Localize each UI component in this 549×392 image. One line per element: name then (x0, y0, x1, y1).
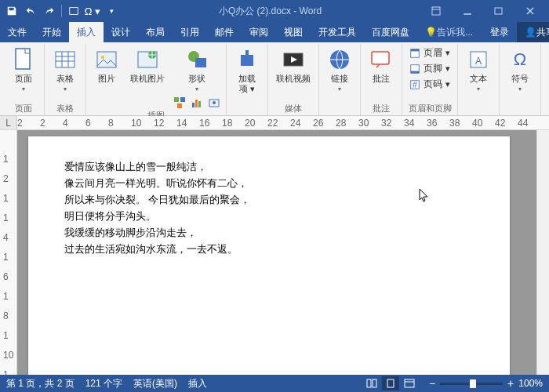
redo-icon[interactable] (41, 2, 58, 20)
tab-view[interactable]: 视图 (276, 22, 311, 42)
undo-icon[interactable] (22, 2, 39, 20)
comment-icon (369, 47, 394, 72)
tab-home[interactable]: 开始 (35, 22, 69, 42)
minimize-icon[interactable] (452, 0, 483, 22)
smartart-icon[interactable] (173, 96, 187, 110)
tab-baidu[interactable]: 百度网盘 (364, 22, 417, 42)
text-button[interactable]: A 文本 ▾ (463, 45, 494, 94)
vertical-ruler[interactable]: 121 141 618 1101 12 (0, 130, 17, 375)
svg-rect-4 (56, 52, 75, 67)
tab-file[interactable]: 文件 (0, 22, 35, 42)
ribbon-tabs: 文件 开始 插入 设计 布局 引用 邮件 审阅 视图 开发工具 百度网盘 💡 告… (0, 22, 549, 42)
links-button[interactable]: 链接 ▾ (324, 45, 355, 94)
comment-button[interactable]: 批注 (365, 45, 397, 85)
svg-rect-12 (180, 97, 185, 102)
word-count[interactable]: 121 个字 (85, 377, 122, 390)
tab-insert[interactable]: 插入 (69, 22, 104, 42)
tab-selector[interactable]: L (0, 116, 17, 129)
svg-rect-25 (411, 71, 420, 73)
language-indicator[interactable]: 英语(美国) (133, 377, 177, 390)
svg-point-6 (101, 56, 104, 59)
page-icon (11, 47, 36, 72)
svg-rect-13 (177, 103, 182, 108)
page-number-button[interactable]: #页码 ▾ (407, 77, 453, 92)
table-button[interactable]: 表格 ▾ (49, 45, 81, 94)
chevron-down-icon: ▾ (338, 85, 341, 93)
chevron-down-icon: ▾ (64, 85, 67, 93)
tab-developer[interactable]: 开发工具 (311, 22, 364, 42)
svg-rect-1 (432, 7, 440, 15)
chevron-down-icon: ▾ (22, 85, 25, 93)
table-icon (53, 47, 78, 72)
maximize-icon[interactable] (483, 0, 514, 22)
chevron-down-icon: ▾ (518, 85, 522, 93)
footer-button[interactable]: 页脚 ▾ (407, 61, 453, 76)
addins-button[interactable]: 加载项 ▾ (231, 45, 263, 96)
svg-rect-2 (495, 8, 502, 14)
read-mode-icon[interactable] (363, 376, 380, 390)
shapes-button[interactable]: 形状 ▾ (173, 45, 221, 94)
svg-rect-30 (367, 379, 371, 387)
vertical-scrollbar[interactable] (536, 130, 549, 375)
tell-me[interactable]: 💡 告诉我... (417, 22, 481, 42)
web-layout-icon[interactable] (401, 376, 418, 390)
svg-rect-3 (16, 49, 30, 69)
screenshot-icon[interactable] (207, 96, 221, 110)
tab-design[interactable]: 设计 (104, 22, 138, 42)
svg-rect-0 (70, 8, 78, 15)
svg-text:#: # (413, 79, 417, 89)
tab-review[interactable]: 审阅 (242, 22, 276, 42)
addin-icon (235, 47, 260, 72)
svg-rect-33 (405, 379, 414, 387)
svg-rect-5 (97, 52, 116, 67)
tab-layout[interactable]: 布局 (138, 22, 173, 42)
online-video-button[interactable]: 联机视频 (273, 45, 314, 85)
pictures-button[interactable]: 图片 (91, 45, 122, 85)
ribbon-display-icon[interactable] (420, 0, 452, 22)
zoom-slider[interactable] (440, 383, 503, 385)
svg-rect-10 (195, 58, 206, 67)
horizontal-ruler[interactable]: L 22468101214161820222426283032343638404… (0, 116, 549, 130)
symbols-button[interactable]: Ω 符号 ▾ (504, 45, 536, 94)
qat-extra1-icon[interactable] (65, 2, 82, 20)
omega-icon: Ω (507, 47, 533, 72)
zoom-in-button[interactable]: + (507, 377, 514, 390)
window-title: 小Q办公 (2).docx - Word (120, 5, 420, 18)
tab-references[interactable]: 引用 (173, 22, 207, 42)
svg-rect-14 (192, 103, 195, 107)
status-bar: 第 1 页，共 2 页 121 个字 英语(美国) 插入 − + 100% (0, 375, 549, 392)
svg-rect-21 (372, 52, 389, 64)
doc-line: 所以来与你决裂。 今日犹如最后的聚会， (64, 191, 474, 208)
online-picture-icon (135, 47, 160, 72)
insert-mode[interactable]: 插入 (188, 377, 207, 390)
chart-icon[interactable] (190, 96, 204, 110)
print-layout-icon[interactable] (382, 376, 399, 390)
share-button[interactable]: 👤 共享 (517, 22, 549, 42)
chevron-down-icon: ▾ (195, 85, 198, 93)
svg-rect-32 (387, 379, 394, 387)
svg-rect-23 (411, 49, 420, 51)
svg-rect-16 (198, 101, 201, 107)
document-page[interactable]: 爱情应该像山上的雪一般纯洁， 像云间月亮一样光明。听说你怀有二心， 所以来与你决… (28, 136, 510, 375)
chevron-down-icon: ▾ (477, 85, 480, 93)
tab-mailings[interactable]: 邮件 (207, 22, 242, 42)
close-icon[interactable] (514, 0, 546, 22)
svg-rect-31 (373, 379, 376, 387)
online-pictures-button[interactable]: 联机图片 (127, 45, 168, 85)
page-indicator[interactable]: 第 1 页，共 2 页 (6, 377, 75, 390)
svg-point-18 (213, 101, 216, 104)
doc-line: 我缓缓的移动脚步沿沟走去， (64, 224, 474, 241)
doc-line: 爱情应该像山上的雪一般纯洁， (64, 158, 474, 175)
doc-line: 像云间月亮一样光明。听说你怀有二心， (64, 175, 474, 191)
zoom-out-button[interactable]: − (429, 377, 435, 390)
save-icon[interactable] (3, 2, 20, 20)
picture-icon (94, 47, 119, 72)
ribbon: 页面 ▾ 页面 表格 ▾ 表格 图片 联机图片 (0, 42, 549, 116)
doc-line: 明日便将分手沟头。 (64, 208, 474, 224)
pages-button[interactable]: 页面 ▾ (8, 45, 39, 94)
header-button[interactable]: 页眉 ▾ (407, 45, 453, 60)
zoom-level[interactable]: 100% (518, 378, 543, 389)
qat-customize-icon[interactable]: ▾ (103, 2, 120, 20)
omega-icon[interactable]: Ω ▾ (84, 2, 101, 20)
login-button[interactable]: 登录 (482, 22, 517, 42)
